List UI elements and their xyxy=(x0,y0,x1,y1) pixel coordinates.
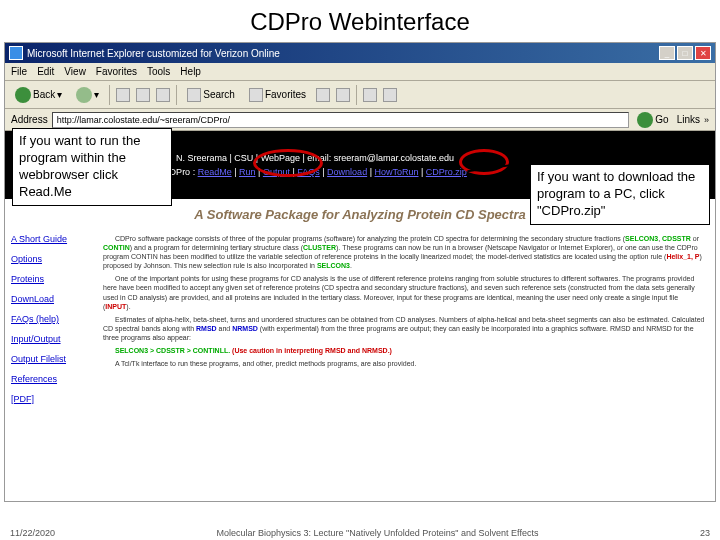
refresh-icon[interactable] xyxy=(136,88,150,102)
callout-zip: If you want to download the program to a… xyxy=(530,164,710,225)
sidebar-item-proteins[interactable]: Proteins xyxy=(11,274,89,284)
sidebar-item-refs[interactable]: References xyxy=(11,374,89,384)
menu-help[interactable]: Help xyxy=(180,66,201,77)
title-bar: Microsoft Internet Explorer customized f… xyxy=(5,43,715,63)
maximize-button[interactable]: □ xyxy=(677,46,693,60)
separator xyxy=(176,85,177,105)
back-icon xyxy=(15,87,31,103)
window-title: Microsoft Internet Explorer customized f… xyxy=(27,48,659,59)
menu-favorites[interactable]: Favorites xyxy=(96,66,137,77)
menu-tools[interactable]: Tools xyxy=(147,66,170,77)
footer-date: 11/22/2020 xyxy=(10,528,55,538)
sidebar: A Short Guide Options Proteins DownLoad … xyxy=(5,230,95,418)
sidebar-item-filelist[interactable]: Output Filelist xyxy=(11,354,89,364)
stop-icon[interactable] xyxy=(116,88,130,102)
separator xyxy=(109,85,110,105)
close-button[interactable]: ✕ xyxy=(695,46,711,60)
sidebar-item-faqs[interactable]: FAQs (help) xyxy=(11,314,89,324)
address-input[interactable] xyxy=(52,112,630,128)
link-zip[interactable]: CDPro.zip xyxy=(426,167,467,177)
menu-edit[interactable]: Edit xyxy=(37,66,54,77)
footer-lecture: Molecular Biophysics 3: Lecture "Nativel… xyxy=(217,528,539,538)
address-label: Address xyxy=(11,114,48,125)
sidebar-item-pdf[interactable]: [PDF] xyxy=(11,394,89,404)
search-label: Search xyxy=(203,89,235,100)
para3: Estimates of alpha-helix, beta-sheet, tu… xyxy=(103,315,707,342)
slide-footer: 11/22/2020 Molecular Biophysics 3: Lectu… xyxy=(0,528,720,538)
mail-icon[interactable] xyxy=(363,88,377,102)
history-icon[interactable] xyxy=(336,88,350,102)
minimize-button[interactable]: _ xyxy=(659,46,675,60)
toolbar: Back ▾ ▾ Search Favorites xyxy=(5,81,715,109)
links-chevron-icon[interactable]: » xyxy=(704,115,709,125)
main-content: A Short Guide Options Proteins DownLoad … xyxy=(5,230,715,418)
menu-bar: File Edit View Favorites Tools Help xyxy=(5,63,715,81)
sidebar-item-options[interactable]: Options xyxy=(11,254,89,264)
ie-icon xyxy=(9,46,23,60)
window-buttons: _ □ ✕ xyxy=(659,46,711,60)
callout-readme: If you want to run the program within th… xyxy=(12,128,172,206)
back-button[interactable]: Back ▾ xyxy=(11,85,66,105)
go-button[interactable]: Go xyxy=(633,110,672,130)
link-howto[interactable]: HowToRun xyxy=(374,167,418,177)
search-button[interactable]: Search xyxy=(183,86,239,104)
slide-title: CDPro Webinterface xyxy=(0,0,720,40)
highlight-oval-readme xyxy=(253,149,323,177)
sidebar-item-guide[interactable]: A Short Guide xyxy=(11,234,89,244)
body-text: CDPro software package consists of three… xyxy=(95,230,715,418)
footer-page: 23 xyxy=(700,528,710,538)
para1: CDPro software package consists of three… xyxy=(103,234,707,270)
favorites-label: Favorites xyxy=(265,89,306,100)
para5: A Tcl/Tk interface to run these programs… xyxy=(103,359,707,368)
links-label[interactable]: Links xyxy=(677,114,700,125)
para4: SELCON3 > CDSSTR > CONTINLL. (Use cautio… xyxy=(103,346,707,355)
search-icon xyxy=(187,88,201,102)
home-icon[interactable] xyxy=(156,88,170,102)
para2: One of the important points for using th… xyxy=(103,274,707,310)
forward-icon xyxy=(76,87,92,103)
star-icon xyxy=(249,88,263,102)
favorites-button[interactable]: Favorites xyxy=(245,86,310,104)
link-readme[interactable]: ReadMe xyxy=(198,167,232,177)
link-run[interactable]: Run xyxy=(239,167,256,177)
go-label: Go xyxy=(655,114,668,125)
browser-window: Microsoft Internet Explorer customized f… xyxy=(4,42,716,502)
forward-button[interactable]: ▾ xyxy=(72,85,103,105)
print-icon[interactable] xyxy=(383,88,397,102)
back-label: Back xyxy=(33,89,55,100)
link-download[interactable]: Download xyxy=(327,167,367,177)
sidebar-item-download[interactable]: DownLoad xyxy=(11,294,89,304)
menu-file[interactable]: File xyxy=(11,66,27,77)
sidebar-item-io[interactable]: Input/Output xyxy=(11,334,89,344)
media-icon[interactable] xyxy=(316,88,330,102)
separator xyxy=(356,85,357,105)
go-icon xyxy=(637,112,653,128)
menu-view[interactable]: View xyxy=(64,66,86,77)
